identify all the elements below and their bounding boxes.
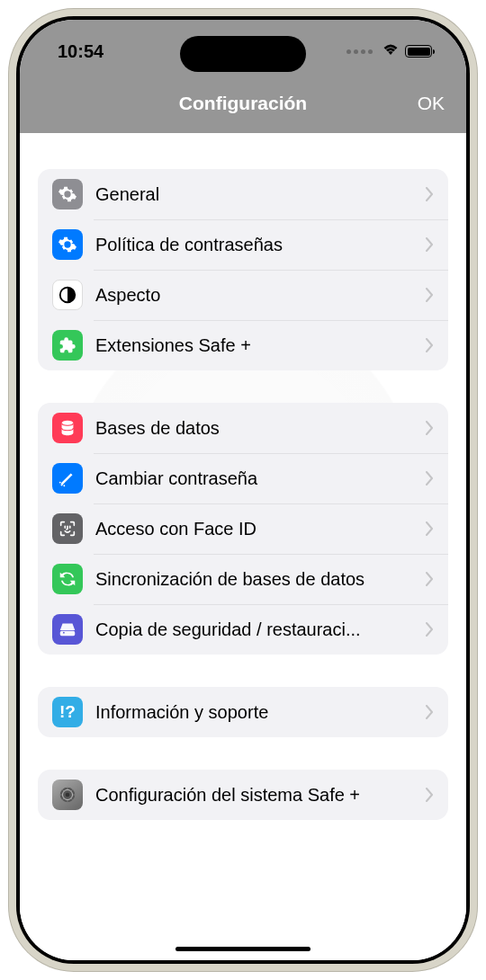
settings-row-sync[interactable]: Sincronización de bases de datos [38, 554, 448, 604]
gear-icon [52, 179, 83, 209]
settings-row-backup[interactable]: Copia de seguridad / restauraci... [38, 604, 448, 655]
vault-icon [52, 780, 83, 810]
settings-row-databases[interactable]: Bases de datos [38, 403, 448, 453]
disk-icon [52, 614, 83, 645]
row-label: Aspecto [95, 285, 418, 306]
settings-content: GeneralPolítica de contraseñasAspectoExt… [20, 133, 466, 960]
screen: 10:54 Configuración OK [20, 20, 466, 960]
chevron-right-icon [426, 187, 434, 201]
row-label: Acceso con Face ID [95, 519, 418, 539]
device-frame: 10:54 Configuración OK [9, 9, 477, 971]
nav-bar: Configuración OK [20, 83, 466, 133]
row-label: Bases de datos [95, 418, 418, 439]
sync-icon [52, 564, 83, 594]
row-label: Extensiones Safe + [95, 335, 418, 356]
settings-row-extensions[interactable]: Extensiones Safe + [38, 320, 448, 370]
row-label: General [95, 184, 418, 205]
settings-row-appearance[interactable]: Aspecto [38, 270, 448, 320]
wifi-icon [382, 42, 400, 60]
gear-badge-icon [52, 229, 83, 260]
puzzle-icon [52, 330, 83, 361]
chevron-right-icon [426, 237, 434, 252]
battery-icon [405, 45, 432, 58]
contrast-icon [52, 280, 83, 310]
chevron-right-icon [426, 705, 434, 719]
settings-section: Bases de datosCambiar contraseñaAcceso c… [38, 403, 448, 655]
page-title: Configuración [179, 93, 307, 114]
notch [180, 36, 306, 72]
settings-row-faceid[interactable]: Acceso con Face ID [38, 503, 448, 554]
database-icon [52, 413, 83, 443]
chevron-right-icon [426, 622, 434, 637]
info-icon: !? [52, 697, 83, 727]
status-time: 10:54 [58, 41, 104, 62]
settings-section: GeneralPolítica de contraseñasAspectoExt… [38, 169, 448, 370]
settings-row-password-policy[interactable]: Política de contraseñas [38, 219, 448, 270]
row-label: Información y soporte [95, 702, 418, 723]
settings-row-support[interactable]: !?Información y soporte [38, 687, 448, 737]
settings-row-general[interactable]: General [38, 169, 448, 219]
chevron-right-icon [426, 338, 434, 352]
settings-row-change-password[interactable]: Cambiar contraseña [38, 453, 448, 503]
breadcrumb-dots [346, 49, 373, 54]
wand-icon [52, 463, 83, 494]
row-label: Configuración del sistema Safe + [95, 785, 418, 806]
chevron-right-icon [426, 471, 434, 486]
settings-section: Configuración del sistema Safe + [38, 770, 448, 820]
status-icons [346, 42, 432, 60]
ok-button[interactable]: OK [418, 93, 445, 114]
chevron-right-icon [426, 572, 434, 586]
row-label: Política de contraseñas [95, 235, 418, 255]
settings-row-system-config[interactable]: Configuración del sistema Safe + [38, 770, 448, 820]
row-label: Copia de seguridad / restauraci... [95, 619, 418, 640]
chevron-right-icon [426, 288, 434, 302]
faceid-icon [52, 513, 83, 544]
row-label: Cambiar contraseña [95, 468, 418, 489]
chevron-right-icon [426, 421, 434, 435]
chevron-right-icon [426, 521, 434, 536]
row-label: Sincronización de bases de datos [95, 569, 418, 590]
chevron-right-icon [426, 788, 434, 802]
settings-section: !?Información y soporte [38, 687, 448, 737]
home-indicator[interactable] [176, 947, 310, 951]
